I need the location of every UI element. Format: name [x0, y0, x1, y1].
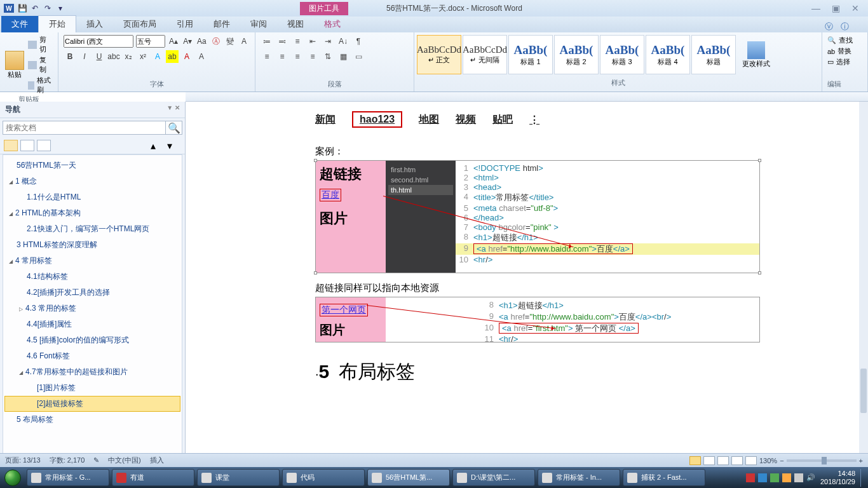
tree-node[interactable]: 4.7常用标签中的超链接和图片 [4, 364, 180, 380]
tree-node[interactable]: 4.2[插播]开发工具的选择 [4, 285, 180, 301]
style-gallery[interactable]: AaBbCcDd↵ 正文AaBbCcDd↵ 无间隔AaBb(标题 1AaBb(标… [417, 35, 736, 74]
print-layout-view-icon[interactable] [689, 456, 701, 465]
paste-button[interactable]: 粘贴 [5, 51, 24, 79]
outline-view-icon[interactable] [731, 456, 743, 465]
highlight-icon[interactable]: ab [166, 50, 179, 63]
indent-inc-icon[interactable]: ⇥ [322, 35, 334, 48]
style-item[interactable]: AaBb(标题 [691, 35, 736, 74]
taskbar-button[interactable]: 常用标签 - G... [27, 469, 109, 486]
tree-node[interactable]: 56营HTML第一天 [4, 158, 180, 173]
style-item[interactable]: AaBbCcDd↵ 正文 [417, 35, 461, 74]
style-item[interactable]: AaBb(标题 2 [554, 35, 599, 74]
show-marks-icon[interactable]: ¶ [352, 35, 365, 48]
tree-node[interactable]: [1]图片标签 [4, 380, 180, 396]
vertical-scrollbar[interactable] [859, 102, 868, 459]
font-color-icon[interactable]: A [180, 50, 193, 63]
ruler[interactable] [186, 92, 868, 102]
sort-icon[interactable]: A↓ [337, 35, 349, 48]
tab-insert[interactable]: 插入 [76, 16, 113, 32]
language-status[interactable]: 中文(中国) [108, 456, 140, 465]
bold-icon[interactable]: B [64, 50, 76, 63]
resize-handle[interactable] [314, 271, 317, 274]
tab-file[interactable]: 文件 [1, 16, 38, 32]
save-icon[interactable]: 💾 [18, 4, 27, 13]
web-view-icon[interactable] [717, 456, 729, 465]
cut-button[interactable]: 剪切 [28, 35, 53, 54]
resize-handle[interactable] [758, 271, 761, 274]
word-count[interactable]: 字数: 2,170 [50, 456, 85, 465]
tree-node[interactable]: 2 HTML的基本架构 [4, 205, 180, 221]
format-painter-button[interactable]: 格式刷 [28, 76, 53, 95]
taskbar-button[interactable]: 课堂 [197, 469, 280, 486]
tray-icon[interactable] [746, 473, 755, 482]
copy-button[interactable]: 复制 [28, 55, 53, 74]
char-border-icon[interactable]: A [195, 50, 208, 63]
select-button[interactable]: ▭选择 [827, 57, 862, 67]
strike-icon[interactable]: abc [107, 50, 120, 63]
redo-icon[interactable]: ↷ [43, 4, 52, 13]
justify-icon[interactable]: ≡ [306, 50, 319, 63]
zoom-slider[interactable] [787, 459, 857, 462]
text-effects-icon[interactable]: A [151, 50, 164, 63]
tab-review[interactable]: 审阅 [240, 16, 277, 32]
volume-icon[interactable]: 🔊 [806, 473, 815, 482]
tree-node[interactable]: 1.1什么是HTML [4, 189, 180, 205]
align-left-icon[interactable]: ≡ [261, 50, 273, 63]
tree-node[interactable]: 4.1结构标签 [4, 269, 180, 285]
bullets-icon[interactable]: ≔ [261, 35, 273, 48]
subscript-icon[interactable]: x₂ [122, 50, 135, 63]
style-item[interactable]: AaBbCcDd↵ 无间隔 [463, 35, 507, 74]
taskbar-button[interactable]: 常用标签 - In... [538, 469, 620, 486]
tab-layout[interactable]: 页面布局 [113, 16, 166, 32]
replace-button[interactable]: ab替换 [827, 46, 862, 57]
draft-view-icon[interactable] [745, 456, 757, 465]
qat-menu-icon[interactable]: ▾ [56, 4, 65, 13]
taskbar-button[interactable]: 捕获 2 - Fast... [623, 469, 705, 486]
tab-view[interactable]: 视图 [277, 16, 314, 32]
tray-icon[interactable] [758, 473, 767, 482]
tab-home[interactable]: 开始 [38, 15, 76, 32]
grow-font-icon[interactable]: A▴ [168, 35, 179, 48]
tab-references[interactable]: 引用 [166, 16, 203, 32]
resize-handle[interactable] [758, 159, 761, 162]
page[interactable]: 新闻hao123地图视频贴吧⋮ 案例： 超链接 百度 图片 first.htms… [207, 102, 849, 459]
resize-handle[interactable] [314, 159, 317, 162]
underline-icon[interactable]: U [93, 50, 105, 63]
zoom-level[interactable]: 130% [759, 457, 777, 464]
screenshot-1[interactable]: 超链接 百度 图片 first.htmsecond.htmlth.html 1<… [315, 160, 760, 273]
tree-node[interactable]: 4.5 [插播]color的值的编写形式 [4, 332, 180, 348]
nav-close-icon[interactable]: ▼ ✕ [166, 104, 180, 115]
nav-tab-headings[interactable] [4, 140, 18, 151]
nav-tab-results[interactable] [37, 140, 51, 151]
taskbar-button[interactable]: D:\课堂\第二... [452, 469, 535, 486]
find-button[interactable]: 🔍查找 [827, 35, 862, 46]
tree-node[interactable]: 1 概念 [4, 173, 180, 189]
tab-mail[interactable]: 邮件 [203, 16, 240, 32]
search-icon[interactable]: 🔍 [166, 121, 182, 135]
show-desktop-button[interactable] [860, 469, 865, 487]
tree-node[interactable]: 4 常用标签 [4, 253, 180, 269]
borders-icon[interactable]: ▭ [352, 50, 365, 63]
tree-node[interactable]: 4.6 Font标签 [4, 348, 180, 364]
tree-node[interactable]: 2.1快速入门，编写第一个HTML网页 [4, 221, 180, 237]
nav-tab-pages[interactable] [20, 140, 34, 151]
close-icon[interactable]: ✕ [851, 3, 859, 13]
nav-prev-icon[interactable]: ▴ [151, 140, 165, 151]
start-button[interactable] [0, 467, 25, 488]
page-status[interactable]: 页面: 13/13 [5, 456, 41, 465]
tab-format[interactable]: 格式 [314, 16, 351, 32]
help-icon[interactable]: ⓘ [841, 21, 849, 32]
fullscreen-view-icon[interactable] [703, 456, 715, 465]
tree-node[interactable]: 4.4[插播]属性 [4, 316, 180, 332]
superscript-icon[interactable]: x² [137, 50, 149, 63]
align-center-icon[interactable]: ≡ [276, 50, 288, 63]
italic-icon[interactable]: I [78, 50, 91, 63]
tray-icon[interactable] [782, 473, 791, 482]
style-item[interactable]: AaBb(标题 1 [508, 35, 553, 74]
align-right-icon[interactable]: ≡ [291, 50, 304, 63]
taskbar-button[interactable]: 代码 [282, 469, 365, 486]
style-item[interactable]: AaBb(标题 3 [600, 35, 644, 74]
minimize-icon[interactable]: — [811, 3, 820, 13]
maximize-icon[interactable]: ▣ [832, 3, 840, 13]
indent-dec-icon[interactable]: ⇤ [306, 35, 319, 48]
